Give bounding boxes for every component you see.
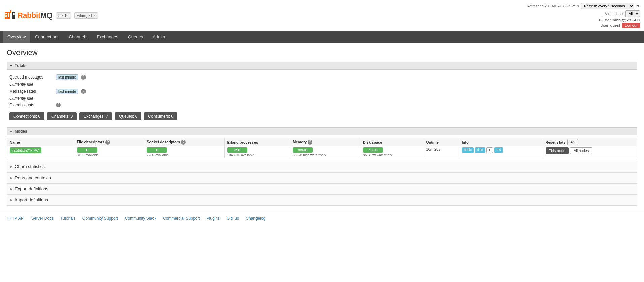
plus-minus-btn[interactable]: +/- <box>567 139 578 145</box>
cluster-value: rabbit@ZYF-PC <box>613 18 640 22</box>
global-counts-label: Global counts <box>9 103 53 107</box>
logo-text: RabbitMQ <box>18 11 53 20</box>
col-disk: Disk space <box>360 138 423 146</box>
col-socket-desc: Socket descriptors ? <box>144 138 224 146</box>
this-node-button[interactable]: This node <box>546 147 569 154</box>
tag-disc: disc <box>475 147 485 153</box>
footer-community-support[interactable]: Community Support <box>82 216 118 221</box>
logout-button[interactable]: Log out <box>622 23 640 28</box>
erlang-proc-value: 398 <box>227 147 247 153</box>
nav-overview[interactable]: Overview <box>3 31 30 43</box>
nav-connections[interactable]: Connections <box>30 31 64 43</box>
col-reset: Reset stats +/- <box>543 138 637 146</box>
cluster-info: Cluster rabbit@ZYF-PC <box>599 18 640 22</box>
consumers-count: Consumers: 0 <box>144 112 177 120</box>
message-rates-label: Message rates <box>9 89 53 94</box>
erlang-proc-avail: 1048576 available <box>227 153 287 157</box>
reset-buttons: This node All nodes <box>546 147 634 154</box>
footer-github[interactable]: GitHub <box>227 216 239 221</box>
file-desc-avail: 8192 available <box>77 153 141 157</box>
exchanges-count: Exchanges: 7 <box>79 112 112 120</box>
memory-help[interactable]: ? <box>308 140 312 145</box>
socket-desc-help[interactable]: ? <box>181 140 186 145</box>
currently-idle-1: Currently idle <box>7 81 637 87</box>
churn-header[interactable]: ▶ Churn statistics <box>7 161 637 172</box>
file-desc-cell: 0 8192 available <box>74 146 144 158</box>
queued-help-icon[interactable]: ? <box>81 75 86 80</box>
memory-cell: 88MB 3.2GB high watermark <box>290 146 360 158</box>
nodes-header[interactable]: ▼ Nodes <box>7 127 637 135</box>
header: RabbitMQ 3.7.10 Erlang 21.2 Refreshed 20… <box>0 0 644 31</box>
file-desc-help[interactable]: ? <box>105 140 110 145</box>
file-desc-value: 0 <box>77 147 97 153</box>
nav-channels[interactable]: Channels <box>64 31 92 43</box>
virtual-host-label: Virtual host <box>605 12 623 16</box>
connections-count: Connections: 0 <box>9 112 44 120</box>
refresh-row: Refreshed 2019-01-13 17:12:19 Refresh ev… <box>527 3 640 9</box>
svg-rect-5 <box>12 12 15 19</box>
user-info: User guest Log out <box>600 23 640 28</box>
logo-area: RabbitMQ 3.7.10 Erlang 21.2 <box>4 9 98 22</box>
nodes-table-head: Name File descriptors ? Socket descripto… <box>7 138 637 146</box>
footer-server-docs[interactable]: Server Docs <box>31 216 54 221</box>
global-counts-row: Global counts ? <box>7 101 637 109</box>
memory-avail: 3.2GB high watermark <box>293 153 357 157</box>
exchanges-value: 7 <box>106 114 108 119</box>
totals-label: Totals <box>15 63 26 68</box>
uptime-cell: 10m 28s <box>423 146 459 158</box>
virtual-host-select[interactable]: All / <box>625 10 640 17</box>
import-arrow: ▶ <box>10 198 13 202</box>
channels-label: Channels: <box>51 114 69 119</box>
totals-section: ▼ Totals Queued messages last minute ? C… <box>7 62 637 127</box>
svg-rect-1 <box>5 13 7 14</box>
message-rates-help-icon[interactable]: ? <box>81 89 86 94</box>
currently-idle-2: Currently idle <box>7 95 637 101</box>
churn-label: Churn statistics <box>15 164 45 169</box>
footer-commercial-support[interactable]: Commercial Support <box>163 216 200 221</box>
footer-plugins[interactable]: Plugins <box>207 216 220 221</box>
churn-section: ▶ Churn statistics <box>7 161 637 172</box>
info-tags: basic disc 1 rss <box>462 147 540 153</box>
user-label: User <box>600 23 608 27</box>
col-name: Name <box>7 138 74 146</box>
consumers-label: Consumers: <box>148 114 170 119</box>
nav-admin[interactable]: Admin <box>148 31 170 43</box>
refresh-timestamp: Refreshed 2019-01-13 17:12:19 <box>527 4 579 8</box>
svg-rect-3 <box>8 13 9 17</box>
rabbitmq-logo-icon <box>4 9 16 22</box>
footer-tutorials[interactable]: Tutorials <box>60 216 76 221</box>
nav-queues[interactable]: Queues <box>123 31 148 43</box>
col-erlang-proc: Erlang processes <box>224 138 290 146</box>
nav-exchanges[interactable]: Exchanges <box>92 31 123 43</box>
queues-value: 0 <box>135 114 138 119</box>
header-right: Refreshed 2019-01-13 17:12:19 Refresh ev… <box>527 3 640 28</box>
nav: Overview Connections Channels Exchanges … <box>0 31 644 43</box>
connections-value: 0 <box>38 114 40 119</box>
export-header[interactable]: ▶ Export definitions <box>7 183 637 194</box>
page-title: Overview <box>7 48 637 57</box>
version-badge: 3.7.10 <box>56 12 71 19</box>
socket-desc-avail: 7280 available <box>147 153 221 157</box>
reset-cell: This node All nodes <box>543 146 637 158</box>
refresh-select[interactable]: Refresh every 5 seconds No refresh Refre… <box>581 3 634 9</box>
nodes-body: Name File descriptors ? Socket descripto… <box>7 135 637 161</box>
footer-changelog[interactable]: Changelog <box>246 216 265 221</box>
ports-label: Ports and contexts <box>15 175 51 180</box>
ports-header[interactable]: ▶ Ports and contexts <box>7 172 637 183</box>
tag-basic: basic <box>462 147 474 153</box>
footer-community-slack[interactable]: Community Slack <box>125 216 156 221</box>
all-nodes-button[interactable]: All nodes <box>570 147 592 154</box>
queued-messages-label: Queued messages <box>9 75 53 80</box>
svg-rect-2 <box>5 15 7 17</box>
totals-arrow: ▼ <box>9 64 13 68</box>
node-name-cell: rabbit@ZYF-PC <box>7 146 74 158</box>
global-counts-help-icon[interactable]: ? <box>56 103 61 107</box>
col-uptime: Uptime <box>423 138 459 146</box>
queues-count: Queues: 0 <box>115 112 141 120</box>
message-rates-row: Message rates last minute ? <box>7 87 637 95</box>
ports-section: ▶ Ports and contexts <box>7 172 637 183</box>
footer-http-api[interactable]: HTTP API <box>7 216 25 221</box>
disk-cell: 72GB 8MB low watermark <box>360 146 423 158</box>
totals-header[interactable]: ▼ Totals <box>7 62 637 70</box>
import-header[interactable]: ▶ Import definitions <box>7 194 637 205</box>
